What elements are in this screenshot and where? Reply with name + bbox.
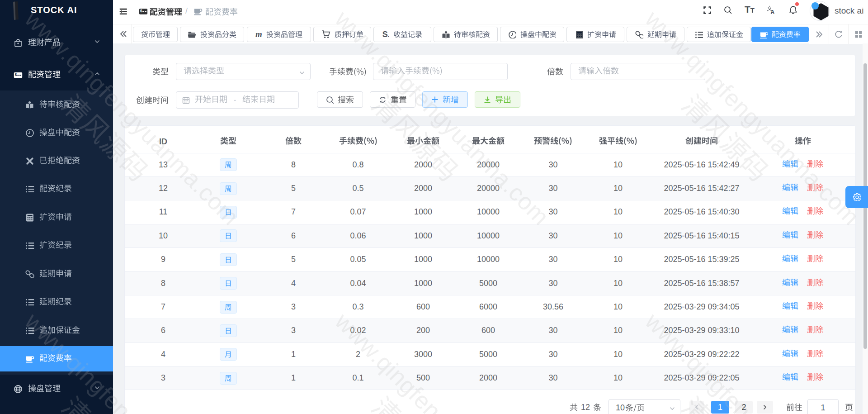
svg-text:A: A xyxy=(771,9,775,14)
svg-text:$: $ xyxy=(15,72,17,77)
svg-text:$: $ xyxy=(140,9,142,13)
